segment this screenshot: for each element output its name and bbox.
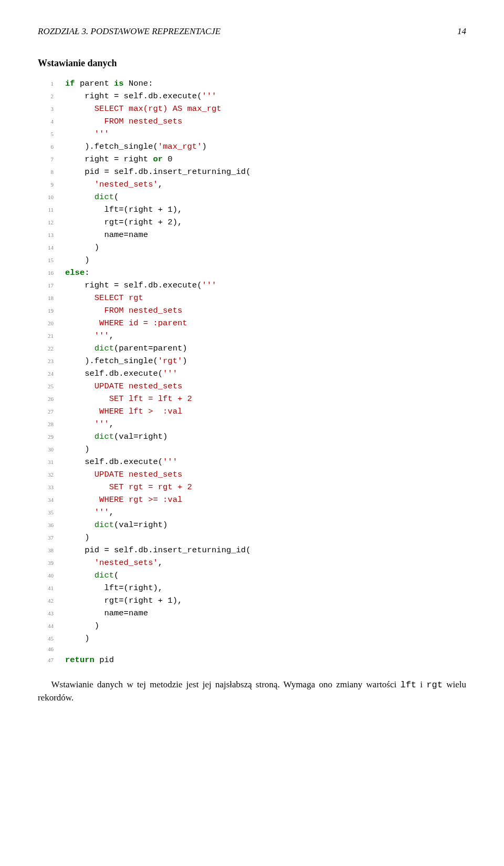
code-line: 13 name=name	[38, 229, 466, 241]
code-content: SELECT max(rgt) AS max_rgt	[65, 102, 222, 115]
code-line: 1if parent is None:	[38, 77, 466, 90]
code-content: )	[65, 254, 90, 266]
line-number: 2	[38, 92, 54, 101]
line-number: 24	[38, 369, 54, 378]
code-content: SET lft = lft + 2	[65, 393, 192, 405]
code-line: 30 )	[38, 443, 466, 456]
line-number: 21	[38, 332, 54, 341]
line-number: 30	[38, 445, 54, 454]
code-content: SELECT rgt	[65, 292, 143, 304]
code-line: 4 FROM nested_sets	[38, 115, 466, 128]
code-content: '''	[65, 128, 109, 140]
code-content: dict(val=right)	[65, 430, 167, 443]
line-number: 10	[38, 193, 54, 202]
code-content: FROM nested_sets	[65, 115, 182, 128]
line-number: 5	[38, 130, 54, 139]
line-number: 45	[38, 634, 54, 643]
page-number: 14	[457, 25, 466, 38]
line-number: 39	[38, 559, 54, 568]
code-line: 23 ).fetch_single('rgt')	[38, 355, 466, 367]
code-line: 9 'nested_sets',	[38, 178, 466, 191]
line-number: 23	[38, 357, 54, 366]
line-number: 47	[38, 656, 54, 665]
code-content: SET rgt = rgt + 2	[65, 481, 192, 493]
code-content: WHERE rgt >= :val	[65, 493, 182, 506]
code-content: rgt=(right + 2),	[65, 216, 182, 229]
code-line: 8 pid = self.db.insert_returning_id(	[38, 166, 466, 178]
line-number: 18	[38, 294, 54, 303]
line-number: 11	[38, 205, 54, 214]
line-number: 20	[38, 319, 54, 328]
line-number: 9	[38, 180, 54, 189]
code-line: 35 ''',	[38, 506, 466, 519]
code-content: ).fetch_single('max_rgt')	[65, 140, 207, 153]
line-number: 13	[38, 231, 54, 240]
code-line: 29 dict(val=right)	[38, 430, 466, 443]
code-content: FROM nested_sets	[65, 304, 182, 317]
code-content: UPDATE nested_sets	[65, 468, 182, 481]
code-line: 32 UPDATE nested_sets	[38, 468, 466, 481]
code-content: ''',	[65, 506, 114, 519]
running-header: ROZDZIAŁ 3. PODSTAWOWE REPREZENTACJE 14	[38, 25, 466, 38]
code-content: if parent is None:	[65, 77, 153, 90]
code-line: 39 'nested_sets',	[38, 556, 466, 569]
code-content: return pid	[65, 654, 114, 666]
line-number: 43	[38, 609, 54, 618]
code-content: )	[65, 443, 90, 456]
code-line: 5 '''	[38, 128, 466, 140]
inline-code: lft	[400, 680, 416, 690]
line-number: 35	[38, 508, 54, 517]
code-content: UPDATE nested_sets	[65, 380, 182, 393]
code-line: 45 )	[38, 632, 466, 645]
code-content: dict(parent=parent)	[65, 342, 187, 355]
code-line: 24 self.db.execute('''	[38, 367, 466, 380]
line-number: 36	[38, 521, 54, 530]
line-number: 15	[38, 256, 54, 265]
code-content: )	[65, 531, 90, 544]
line-number: 34	[38, 496, 54, 504]
code-line: 22 dict(parent=parent)	[38, 342, 466, 355]
code-content: right = self.db.execute('''	[65, 90, 216, 102]
code-content: pid = self.db.insert_returning_id(	[65, 544, 250, 556]
code-content: dict(val=right)	[65, 519, 167, 531]
line-number: 6	[38, 142, 54, 151]
line-number: 40	[38, 571, 54, 580]
code-content: )	[65, 241, 99, 254]
code-content: 'nested_sets',	[65, 178, 163, 191]
line-number: 29	[38, 432, 54, 441]
code-content: 'nested_sets',	[65, 556, 163, 569]
line-number: 31	[38, 458, 54, 467]
code-line: 33 SET rgt = rgt + 2	[38, 481, 466, 493]
code-line: 43 name=name	[38, 607, 466, 620]
code-line: 6 ).fetch_single('max_rgt')	[38, 140, 466, 153]
code-line: 25 UPDATE nested_sets	[38, 380, 466, 393]
code-line: 3 SELECT max(rgt) AS max_rgt	[38, 102, 466, 115]
code-line: 42 rgt=(right + 1),	[38, 594, 466, 607]
line-number: 26	[38, 395, 54, 404]
code-line: 7 right = right or 0	[38, 153, 466, 166]
code-content: name=name	[65, 229, 148, 241]
line-number: 37	[38, 533, 54, 542]
code-line: 19 FROM nested_sets	[38, 304, 466, 317]
code-content: ).fetch_single('rgt')	[65, 355, 187, 367]
code-content: dict(	[65, 569, 119, 582]
code-line: 44 )	[38, 620, 466, 632]
line-number: 14	[38, 243, 54, 252]
inline-code: rgt	[426, 680, 443, 690]
para-text: i	[416, 679, 426, 689]
body-paragraph: Wstawianie danych w tej metodzie jest je…	[38, 678, 466, 705]
code-content: name=name	[65, 607, 148, 620]
line-number: 4	[38, 117, 54, 126]
code-line: 10 dict(	[38, 191, 466, 203]
code-line: 37 )	[38, 531, 466, 544]
code-line: 31 self.db.execute('''	[38, 456, 466, 468]
code-line: 20 WHERE id = :parent	[38, 317, 466, 329]
code-content: right = self.db.execute('''	[65, 279, 216, 292]
line-number: 25	[38, 382, 54, 391]
code-content: rgt=(right + 1),	[65, 594, 182, 607]
code-line: 36 dict(val=right)	[38, 519, 466, 531]
line-number: 42	[38, 596, 54, 605]
line-number: 3	[38, 105, 54, 114]
code-line: 12 rgt=(right + 2),	[38, 216, 466, 229]
section-heading: Wstawianie danych	[38, 56, 466, 70]
